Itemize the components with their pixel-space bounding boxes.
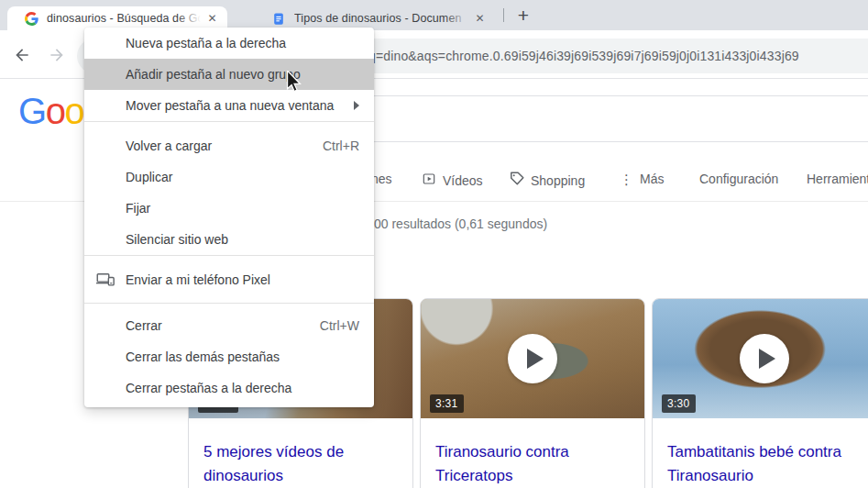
video-card[interactable]: 3:30 Tambatitanis bebé contra Tiranosaur… — [652, 298, 868, 488]
google-g-icon — [24, 11, 38, 26]
menu-item-label: Volver a cargar — [126, 139, 212, 153]
menu-item-duplicar[interactable]: Duplicar — [84, 161, 374, 193]
menu-item-label: Duplicar — [126, 170, 172, 184]
menu-item-label: Nueva pestaña a la derecha — [126, 36, 286, 50]
tab-videos[interactable]: Vídeos — [422, 172, 483, 189]
menu-shortcut: Ctrl+W — [320, 318, 359, 333]
tag-icon — [510, 172, 524, 189]
mouse-cursor-icon — [286, 71, 302, 97]
back-icon[interactable] — [12, 45, 32, 65]
result-stats: 00 resultados (0,61 segundos) — [374, 216, 547, 231]
submenu-arrow-icon — [354, 101, 359, 110]
url-text: q=dino&aqs=chrome.0.69i59j46i39j69i539j6… — [368, 49, 799, 63]
play-icon[interactable] — [508, 334, 557, 383]
menu-item-label: Cerrar pestañas a la derecha — [126, 381, 291, 395]
tab-close-icon[interactable]: ✕ — [204, 11, 220, 27]
more-vert-icon: ⋮ — [620, 172, 633, 186]
video-title-link[interactable]: 5 mejores vídeos de dinosaurios — [189, 418, 412, 488]
play-icon[interactable] — [740, 334, 789, 383]
video-icon — [422, 172, 436, 189]
tab-title: dinosaurios - Búsqueda de Go — [47, 12, 201, 25]
logo-letter: o — [46, 91, 65, 131]
nav-label: Más — [640, 172, 664, 186]
new-tab-button[interactable]: + — [511, 4, 536, 28]
settings-link[interactable]: Configuración — [699, 172, 778, 186]
tab-mas[interactable]: ⋮ Más — [620, 172, 664, 186]
video-thumbnail[interactable]: 3:30 — [653, 299, 868, 418]
nav-label: Configuración — [699, 172, 778, 186]
menu-item-label: Cerrar las demás pestañas — [126, 349, 280, 364]
video-card[interactable]: 3:31 Tiranosaurio contra Triceratops — [420, 298, 645, 488]
nav-label: Herramientas — [807, 172, 868, 186]
menu-item-anadir-pestana-grupo[interactable]: Añadir pestaña al nuevo grupo — [84, 59, 374, 90]
menu-item-label: Enviar a mi teléfono Pixel — [126, 272, 270, 287]
devices-icon — [95, 271, 115, 289]
menu-item-cerrar-demas-pestanas[interactable]: Cerrar las demás pestañas — [84, 341, 374, 372]
menu-item-label: Añadir pestaña al nuevo grupo — [126, 67, 301, 82]
video-title-link[interactable]: Tambatitanis bebé contra Tiranosaurio — [653, 418, 868, 488]
logo-letter: o — [64, 91, 83, 131]
menu-item-volver-a-cargar[interactable]: Volver a cargar Ctrl+R — [84, 130, 374, 161]
tools-link[interactable]: Herramientas — [807, 172, 868, 186]
video-thumbnail[interactable]: 3:31 — [421, 299, 644, 418]
tab-title: Tipos de dinosaurios - Documen — [294, 12, 468, 25]
nav-label: Shopping — [531, 173, 585, 188]
google-docs-icon — [271, 11, 286, 26]
forward-icon[interactable] — [47, 45, 67, 65]
menu-item-mover-pestana-ventana[interactable]: Mover pestaña a una nueva ventana — [84, 90, 374, 121]
duration-badge: 3:31 — [430, 394, 464, 413]
video-title-link[interactable]: Tiranosaurio contra Triceratops — [421, 418, 644, 488]
browser-window: dinosaurios - Búsqueda de Go ✕ Tipos de … — [0, 0, 868, 488]
menu-item-label: Fijar — [126, 201, 150, 216]
menu-item-label: Mover pestaña a una nueva ventana — [126, 98, 334, 113]
menu-shortcut: Ctrl+R — [323, 139, 359, 153]
nav-label: Vídeos — [443, 173, 483, 188]
logo-letter: G — [18, 91, 46, 131]
duration-badge: 3:30 — [662, 394, 696, 413]
menu-item-silenciar-sitio[interactable]: Silenciar sitio web — [84, 224, 374, 255]
menu-item-label: Cerrar — [126, 318, 162, 333]
menu-item-cerrar-pestanas-derecha[interactable]: Cerrar pestañas a la derecha — [84, 372, 374, 404]
tab-strip-divider — [503, 8, 504, 22]
menu-item-label: Silenciar sitio web — [126, 232, 228, 247]
menu-item-enviar-telefono-pixel[interactable]: Enviar a mi teléfono Pixel — [84, 264, 374, 295]
menu-item-nueva-pestana-derecha[interactable]: Nueva pestaña a la derecha — [84, 28, 374, 59]
menu-item-cerrar[interactable]: Cerrar Ctrl+W — [84, 310, 374, 341]
menu-item-fijar[interactable]: Fijar — [84, 193, 374, 224]
tab-close-icon[interactable]: ✕ — [472, 11, 488, 27]
tab-shopping[interactable]: Shopping — [510, 172, 585, 189]
tab-context-menu: Nueva pestaña a la derecha Añadir pestañ… — [84, 28, 374, 407]
tab-strip: dinosaurios - Búsqueda de Go ✕ Tipos de … — [0, 0, 868, 30]
